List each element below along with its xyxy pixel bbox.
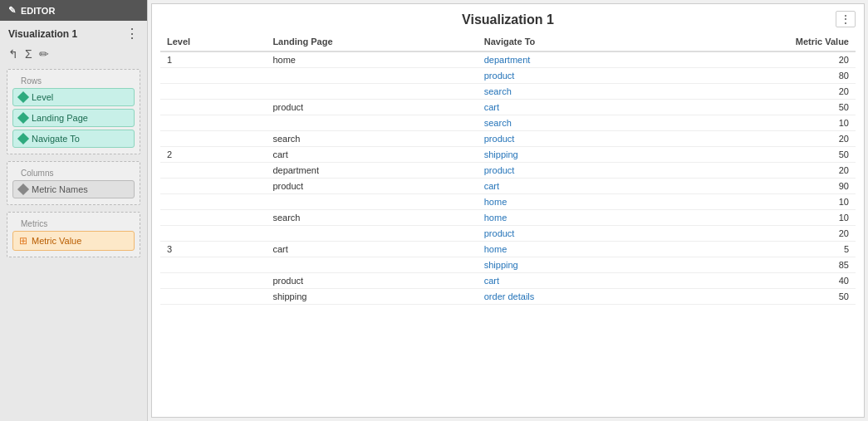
col-header-landing-page: Landing Page <box>266 32 477 51</box>
cell-navigate-to: cart <box>478 273 664 289</box>
table-row: product80 <box>160 68 856 84</box>
sidebar: ✎ EDITOR Visualization 1 ⋮ ↰ Σ ✏ Rows Le… <box>0 0 148 421</box>
table-row: departmentproduct20 <box>160 163 856 179</box>
cell-landing-page: search <box>266 131 477 147</box>
cell-level: 1 <box>160 51 266 68</box>
cell-landing-page: cart <box>266 242 477 257</box>
table-row: productcart90 <box>160 179 856 194</box>
cell-level: 3 <box>160 242 266 257</box>
cell-level <box>160 273 266 289</box>
table-row: product20 <box>160 226 856 242</box>
metrics-section: Metrics ⊞ Metric Value <box>7 212 140 257</box>
cell-navigate-to: home <box>478 194 664 210</box>
sidebar-header: ✎ EDITOR <box>0 0 147 21</box>
metrics-label: Metrics <box>12 216 135 231</box>
col-chip-metric-names-label: Metric Names <box>32 184 88 194</box>
table-row: 2cartshipping50 <box>160 147 856 163</box>
row-chip-landing-page[interactable]: Landing Page <box>12 109 135 127</box>
table-row: productcart40 <box>160 273 856 289</box>
cell-landing-page: product <box>266 273 477 289</box>
col-header-level: Level <box>160 32 266 51</box>
sigma-icon-button[interactable]: Σ <box>25 47 32 61</box>
cell-level <box>160 84 266 100</box>
editor-icon: ✎ <box>8 5 16 16</box>
cell-level <box>160 257 266 273</box>
diamond-icon <box>17 112 29 124</box>
row-chip-navigate-to-label: Navigate To <box>32 134 80 144</box>
navigate-icon-button[interactable]: ↰ <box>8 47 18 61</box>
cell-landing-page: search <box>266 210 477 226</box>
data-table: Level Landing Page Navigate To Metric Va… <box>160 32 856 305</box>
diamond-icon <box>17 133 29 144</box>
cell-level <box>160 68 266 84</box>
cell-metric-value: 20 <box>664 226 856 242</box>
cell-metric-value: 5 <box>664 242 856 257</box>
table-row: searchproduct20 <box>160 131 856 147</box>
cell-landing-page <box>266 84 477 100</box>
viz-menu-button[interactable]: ⋮ <box>836 11 856 27</box>
col-header-metric-value: Metric Value <box>664 32 856 51</box>
sidebar-more-button[interactable]: ⋮ <box>125 27 139 41</box>
columns-label: Columns <box>12 165 135 180</box>
cell-level <box>160 100 266 115</box>
cell-navigate-to: search <box>478 84 664 100</box>
table-row: 3carthome5 <box>160 242 856 257</box>
cell-level <box>160 179 266 194</box>
table-row: searchhome10 <box>160 210 856 226</box>
cell-landing-page: product <box>266 100 477 115</box>
cell-navigate-to: product <box>478 226 664 242</box>
row-chip-level[interactable]: Level <box>12 88 135 106</box>
cell-metric-value: 50 <box>664 100 856 115</box>
cell-landing-page <box>266 257 477 273</box>
cell-navigate-to: department <box>478 51 664 68</box>
table-row: shipping85 <box>160 257 856 273</box>
cell-navigate-to: home <box>478 210 664 226</box>
rows-label: Rows <box>12 73 135 88</box>
viz-name: Visualization 1 <box>8 28 77 40</box>
sidebar-icon-row: ↰ Σ ✏ <box>0 44 147 67</box>
col-chip-metric-names[interactable]: Metric Names <box>12 180 135 198</box>
cell-level <box>160 226 266 242</box>
table-row: search10 <box>160 115 856 131</box>
cell-level <box>160 210 266 226</box>
main-panel: Visualization 1 ⋮ Level Landing Page Nav… <box>151 3 865 418</box>
metric-chip-metric-value[interactable]: ⊞ Metric Value <box>12 231 135 251</box>
viz-title: Visualization 1 <box>462 12 554 27</box>
sidebar-title-row: Visualization 1 ⋮ <box>0 21 147 44</box>
cell-metric-value: 20 <box>664 51 856 68</box>
cell-landing-page: home <box>266 51 477 68</box>
cell-landing-page <box>266 194 477 210</box>
cell-navigate-to: product <box>478 68 664 84</box>
cell-metric-value: 85 <box>664 257 856 273</box>
cell-navigate-to: order details <box>478 289 664 305</box>
cell-landing-page <box>266 68 477 84</box>
edit-icon-button[interactable]: ✏ <box>39 47 49 61</box>
table-container: Level Landing Page Navigate To Metric Va… <box>152 32 864 417</box>
cell-metric-value: 50 <box>664 147 856 163</box>
cell-level <box>160 115 266 131</box>
row-chip-level-label: Level <box>32 92 53 102</box>
cell-landing-page: department <box>266 163 477 179</box>
cell-navigate-to: cart <box>478 100 664 115</box>
diamond-icon <box>17 91 29 103</box>
table-row: productcart50 <box>160 100 856 115</box>
cell-metric-value: 40 <box>664 273 856 289</box>
cell-metric-value: 20 <box>664 84 856 100</box>
metric-chip-metric-value-label: Metric Value <box>32 236 81 246</box>
cell-landing-page <box>266 226 477 242</box>
table-row: 1homedepartment20 <box>160 51 856 68</box>
cell-level <box>160 289 266 305</box>
cell-metric-value: 50 <box>664 289 856 305</box>
table-row: shippingorder details50 <box>160 289 856 305</box>
cell-navigate-to: home <box>478 242 664 257</box>
cell-level <box>160 131 266 147</box>
cell-navigate-to: product <box>478 131 664 147</box>
col-header-navigate-to: Navigate To <box>478 32 664 51</box>
cell-metric-value: 10 <box>664 194 856 210</box>
cell-metric-value: 80 <box>664 68 856 84</box>
cell-landing-page: cart <box>266 147 477 163</box>
row-chip-navigate-to[interactable]: Navigate To <box>12 130 135 148</box>
cell-metric-value: 20 <box>664 163 856 179</box>
cell-landing-page <box>266 115 477 131</box>
table-row: home10 <box>160 194 856 210</box>
